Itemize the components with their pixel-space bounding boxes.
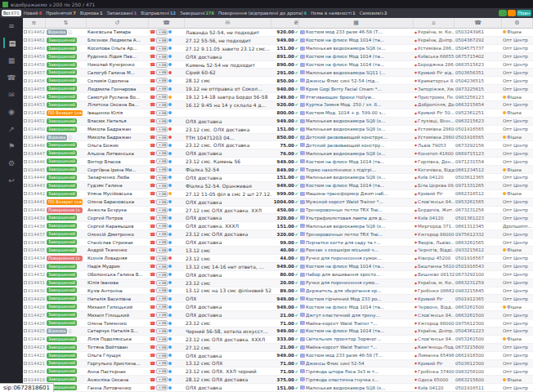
product-link[interactable]: Держатель для зберігання кр... [306, 288, 381, 293]
sidebar-dashboard-icon[interactable]: ▤ [3, 38, 20, 48]
row-checkbox[interactable] [24, 127, 27, 131]
callback-button[interactable]: +ЗВ [156, 280, 168, 286]
table-row[interactable]: 814443 Завершений Гудзяк Галина ☎ +ЗВ Фі… [23, 182, 533, 190]
callback-button[interactable]: +ЗВ [156, 29, 168, 35]
call-phone-icon[interactable]: ☎ [150, 151, 155, 156]
product-link[interactable]: Ультрафиолетовая лампа для д... [306, 216, 386, 220]
product-link[interactable]: Джинсы Флис сині 52-54 (під... [306, 78, 379, 83]
product-link[interactable]: Джгут еластичний для трену... [306, 313, 380, 318]
call-phone-icon[interactable]: ☎ [150, 95, 155, 100]
row-checkbox[interactable] [24, 337, 27, 341]
product-link[interactable]: Костюм на флисе Мод 1014 (та... [306, 54, 384, 59]
callback-button[interactable]: +ЗВ [156, 38, 168, 43]
call-phone-icon[interactable]: ☎ [150, 102, 155, 107]
filter-tab[interactable]: Запаковані 1 [105, 10, 138, 16]
row-checkbox[interactable] [24, 184, 27, 187]
product-link[interactable]: Костюм на флисе Мод 1014 (та... [306, 328, 384, 333]
table-row[interactable]: 814439 Завершений Сергей Петров ☎ +ЗВ ОЛ… [23, 214, 533, 222]
row-checkbox[interactable] [24, 329, 27, 332]
callback-button[interactable]: +ЗВ [156, 256, 168, 261]
sidebar-messages-icon[interactable]: ✉ [3, 89, 20, 100]
call-phone-icon[interactable]: ☎ [150, 288, 155, 293]
row-checkbox[interactable] [24, 297, 27, 301]
sidebar-stats-icon[interactable]: ↗ [3, 123, 20, 134]
product-link[interactable]: Детский развивающий констру... [306, 143, 385, 148]
callback-button[interactable]: +ЗВ [156, 150, 168, 156]
row-checkbox[interactable] [24, 111, 27, 114]
callback-button[interactable]: +ЗВ [156, 353, 168, 359]
call-phone-icon[interactable]: ☎ [150, 264, 155, 269]
filter-tab[interactable]: Новий 6 [22, 10, 43, 16]
row-checkbox[interactable] [24, 176, 27, 179]
callback-button[interactable]: +ЗВ [156, 183, 168, 189]
product-link[interactable]: Костюм на флисе Мод 1014 (та... [306, 159, 384, 164]
filter-tab[interactable]: Повернення (відправлені до дропа) 6 [217, 10, 308, 16]
row-checkbox[interactable] [24, 265, 27, 268]
product-link[interactable]: Костюм на флисе Мод 1014 (та... [306, 305, 384, 310]
table-row[interactable]: 814441 ПО Возврат (ож. Олена Барановська… [23, 198, 533, 207]
callback-button[interactable]: +ЗВ [156, 385, 168, 390]
table-row[interactable]: 814422 Завершений Ольга Глущук ☎ +ЗВ ОЛХ… [23, 352, 533, 360]
call-phone-icon[interactable]: ☎ [150, 183, 155, 188]
call-phone-icon[interactable]: ☎ [150, 216, 155, 220]
product-link[interactable]: Ручки для перенесення сумо... [306, 280, 378, 285]
callback-button[interactable]: +ЗВ [156, 110, 168, 116]
product-link[interactable]: Маленькая видеокамера SQ8 (к... [306, 385, 386, 390]
callback-button[interactable]: +ЗВ [156, 46, 168, 51]
callback-button[interactable]: +ЗВ [156, 54, 168, 60]
call-phone-icon[interactable]: ☎ [150, 143, 155, 148]
product-link[interactable]: Костюм на флисе Мод 1014 (та... [306, 183, 384, 188]
product-link[interactable]: Костюм на флисе Мод 1014 (та... [306, 62, 384, 67]
product-link[interactable]: Костюм мод 233 разм 46-58 (Т... [306, 353, 383, 358]
callback-button[interactable]: +ЗВ [156, 158, 168, 164]
callback-button[interactable]: +ЗВ [156, 223, 168, 229]
table-row[interactable]: 814431 Завершений Юлія Іванова ☎ +ЗВ 23.… [23, 279, 533, 287]
product-link[interactable]: Гірлянда еластична гнучка с... [306, 377, 378, 382]
row-checkbox[interactable] [24, 87, 27, 91]
call-phone-icon[interactable]: ☎ [150, 38, 155, 42]
product-link[interactable]: Крем Gogi Berry Facial Cream *... [306, 87, 382, 91]
product-link[interactable]: Набор для вишивання хресто... [306, 272, 380, 277]
column-header-product[interactable]: ▦ [299, 18, 414, 28]
row-checkbox[interactable] [24, 30, 27, 33]
callback-button[interactable]: +ЗВ [156, 336, 168, 342]
table-row[interactable]: 814429 Завершений Наталія Василівна ☎ +З… [23, 295, 533, 303]
row-checkbox[interactable] [24, 305, 27, 309]
call-phone-icon[interactable]: ☎ [150, 167, 155, 172]
callback-button[interactable]: +ЗВ [156, 102, 168, 108]
call-phone-icon[interactable]: ☎ [150, 127, 155, 131]
product-link[interactable]: Тренировочные петли TRX Trai... [306, 207, 383, 212]
call-phone-icon[interactable]: ☎ [150, 280, 155, 285]
callback-button[interactable]: +ЗВ [156, 296, 168, 301]
callback-button[interactable]: +ЗВ [156, 167, 168, 172]
callback-button[interactable]: +ЗВ [156, 118, 168, 124]
row-checkbox[interactable] [24, 71, 27, 74]
call-phone-icon[interactable]: ☎ [150, 369, 155, 374]
row-checkbox[interactable] [24, 233, 27, 236]
call-phone-icon[interactable]: ☎ [150, 377, 155, 382]
call-phone-icon[interactable]: ☎ [150, 207, 155, 212]
product-link[interactable]: Маленькая видеокамера SQ8 (к... [306, 118, 386, 123]
table-row[interactable]: 814428 Завершений Михаил Гилецький ☎ +ЗВ… [23, 303, 533, 311]
row-checkbox[interactable] [24, 362, 27, 365]
row-checkbox[interactable] [24, 241, 27, 244]
call-phone-icon[interactable]: ☎ [150, 296, 155, 301]
table-row[interactable]: 814458 Завершений Николай Кучеренко ☎ +З… [23, 61, 533, 69]
table-row[interactable]: 814454 Завершений Самотуй Руслана Во... … [23, 93, 533, 101]
row-checkbox[interactable] [24, 168, 27, 172]
callback-button[interactable]: +ЗВ [156, 320, 168, 326]
table-row[interactable]: 814437 Завершений Олексій Дмитренко ☎ +З… [23, 230, 533, 238]
row-checkbox[interactable] [24, 152, 27, 155]
call-phone-icon[interactable]: ☎ [150, 313, 155, 318]
call-phone-icon[interactable]: ☎ [150, 135, 155, 140]
row-checkbox[interactable] [24, 119, 27, 122]
table-row[interactable]: 814419 Завершений Анжеліка Оксана ☎ +ЗВ … [23, 376, 533, 384]
table-row[interactable]: 814438 Завершений Сергей Карамышев ☎ +ЗВ… [23, 222, 533, 230]
filter-tab[interactable]: Завершені 278 [178, 10, 216, 16]
table-row[interactable]: 814451 Завершений Власюк Наталья ☎ +ЗВ О… [23, 118, 533, 126]
row-checkbox[interactable] [24, 160, 27, 163]
table-row[interactable]: 814433 Завершений Надія Мудрик ☎ +ЗВ 13.… [23, 263, 533, 271]
table-row[interactable]: 814425 Відмова ⓘ Сатарчук Наталія Б... ☎… [23, 327, 533, 336]
call-phone-icon[interactable]: ☎ [150, 345, 155, 350]
sidebar-flags-icon[interactable]: ⚑ [3, 140, 20, 151]
